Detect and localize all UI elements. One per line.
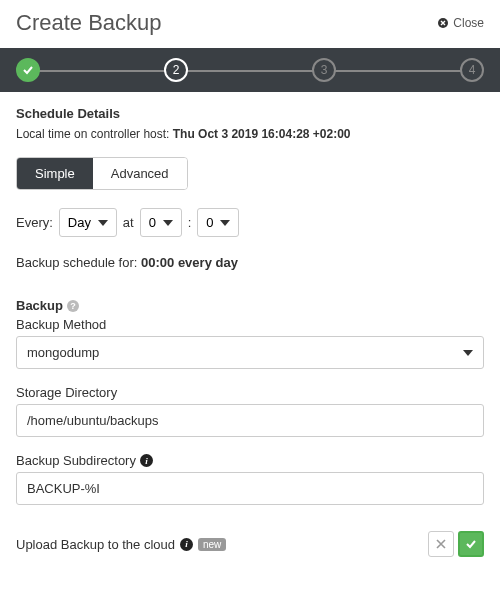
help-icon[interactable]: ? [67,300,79,312]
dialog-header: Create Backup Close [0,0,500,48]
localtime-row: Local time on controller host: Thu Oct 3… [16,127,484,141]
every-label: Every: [16,215,53,230]
check-icon [22,64,34,76]
schedule-section-title: Schedule Details [16,106,484,121]
close-button[interactable]: Close [437,16,484,30]
info-icon[interactable]: i [180,538,193,551]
schedule-summary-label: Backup schedule for: [16,255,141,270]
stepper: 2 3 4 [0,48,500,92]
time-colon: : [188,215,192,230]
backup-subdir-label-row: Backup Subdirectory i [16,453,484,468]
stepper-line [30,70,470,72]
check-icon [465,538,477,550]
localtime-label: Local time on controller host: [16,127,173,141]
schedule-mode-tabs: Simple Advanced [16,157,188,190]
backup-section-title-row: Backup ? [16,298,484,313]
upload-label: Upload Backup to the cloud [16,537,175,552]
schedule-builder: Every: Day at 0 : 0 [16,208,484,237]
step-3[interactable]: 3 [312,58,336,82]
storage-dir-input[interactable] [16,404,484,437]
schedule-summary: Backup schedule for: 00:00 every day [16,255,484,270]
schedule-summary-value: 00:00 every day [141,255,238,270]
backup-method-value: mongodump [27,345,99,360]
minute-select[interactable]: 0 [197,208,239,237]
backup-section-title: Backup [16,298,63,313]
close-icon [437,17,449,29]
close-label: Close [453,16,484,30]
dialog-body: Schedule Details Local time on controlle… [0,92,500,571]
at-label: at [123,215,134,230]
chevron-down-icon [463,350,473,356]
upload-row: Upload Backup to the cloud i new [16,531,484,557]
dialog-title: Create Backup [16,10,162,36]
backup-subdir-input[interactable] [16,472,484,505]
upload-toggle [428,531,484,557]
new-badge: new [198,538,226,551]
backup-method-label: Backup Method [16,317,484,332]
info-icon[interactable]: i [140,454,153,467]
upload-label-group: Upload Backup to the cloud i new [16,537,226,552]
every-select[interactable]: Day [59,208,117,237]
backup-subdir-label: Backup Subdirectory [16,453,136,468]
tab-advanced[interactable]: Advanced [93,158,187,189]
step-4[interactable]: 4 [460,58,484,82]
storage-dir-label: Storage Directory [16,385,484,400]
hour-select[interactable]: 0 [140,208,182,237]
backup-method-select[interactable]: mongodump [16,336,484,369]
tab-simple[interactable]: Simple [17,158,93,189]
upload-on-button[interactable] [458,531,484,557]
step-2[interactable]: 2 [164,58,188,82]
step-1[interactable] [16,58,40,82]
upload-off-button[interactable] [428,531,454,557]
localtime-value: Thu Oct 3 2019 16:04:28 +02:00 [173,127,351,141]
x-icon [436,539,446,549]
